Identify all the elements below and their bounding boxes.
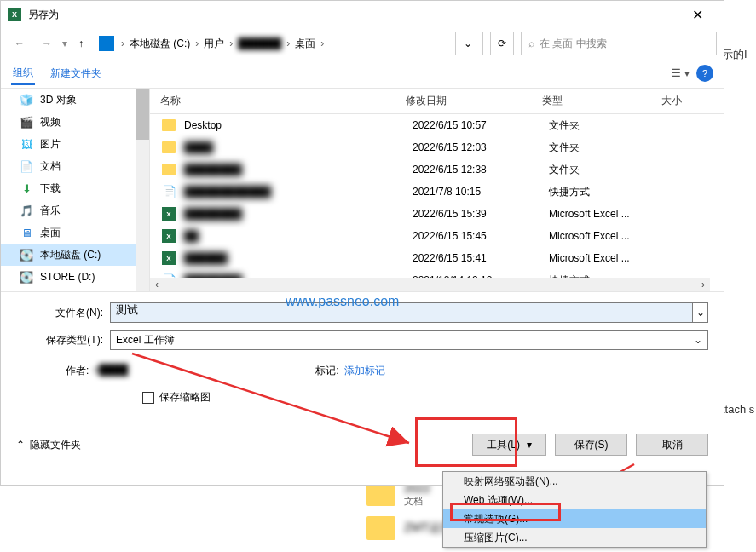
dialog-title: 另存为 xyxy=(28,8,678,22)
file-list: 名称 修改日期 类型 大小 Desktop2022/6/15 10:57文件夹█… xyxy=(150,89,724,291)
sidebar-item[interactable]: 🧊3D 对象 xyxy=(1,89,149,111)
filetype-select[interactable]: Excel 工作簿 ⌄ xyxy=(110,330,708,350)
toolbar: 组织 新建文件夹 ☰▾ ? xyxy=(1,59,724,88)
folder-icon xyxy=(162,119,176,131)
breadcrumb-users[interactable]: 用户 xyxy=(200,37,228,51)
file-type: 快捷方式 xyxy=(549,185,668,199)
file-name: ████ xyxy=(184,141,413,153)
file-row[interactable]: 📄████████████2021/7/8 10:15快捷方式 xyxy=(150,181,724,203)
file-row[interactable]: X██2022/6/15 15:45Microsoft Excel ... xyxy=(150,225,724,247)
sidebar-scrollbar[interactable] xyxy=(136,89,149,291)
save-thumbnail-checkbox[interactable] xyxy=(142,392,154,404)
menu-item[interactable]: 压缩图片(C)... xyxy=(443,528,706,547)
file-date: 2022/6/15 12:03 xyxy=(413,141,549,153)
file-date: 2021/7/8 10:15 xyxy=(413,186,549,198)
file-name: ██ xyxy=(184,230,413,242)
file-row[interactable]: ████2022/6/15 12:03文件夹 xyxy=(150,136,724,158)
sidebar-icon: 🧊 xyxy=(20,93,33,106)
up-button[interactable]: ↑ xyxy=(71,33,91,54)
tools-button[interactable]: 工具(L) ▾ xyxy=(472,434,546,456)
tags-add-link[interactable]: 添加标记 xyxy=(344,364,385,378)
file-row[interactable]: X██████2022/6/15 15:41Microsoft Excel ..… xyxy=(150,247,724,269)
forward-button[interactable]: → xyxy=(35,32,59,55)
sidebar-item[interactable]: 💽本地磁盘 (C:) xyxy=(1,244,149,266)
file-type: Microsoft Excel ... xyxy=(549,230,668,242)
sidebar-item[interactable]: 💽STORE (D:) xyxy=(1,266,149,288)
breadcrumb-dropdown[interactable]: ⌄ xyxy=(455,32,479,55)
file-name: ████████████ xyxy=(184,186,413,198)
sidebar-item[interactable]: 🎵音乐 xyxy=(1,199,149,221)
menu-item[interactable]: 常规选项(G)... xyxy=(443,509,706,528)
close-button[interactable]: ✕ xyxy=(678,1,717,28)
file-row[interactable]: Desktop2022/6/15 10:57文件夹 xyxy=(150,114,724,136)
file-row[interactable]: ████████2022/6/15 12:38文件夹 xyxy=(150,158,724,181)
file-type: 文件夹 xyxy=(549,118,668,133)
folder-icon xyxy=(162,164,176,175)
file-type: 文件夹 xyxy=(549,163,668,177)
help-button[interactable]: ? xyxy=(696,65,713,82)
breadcrumb-desktop[interactable]: 桌面 xyxy=(291,37,319,51)
background-text-right: 示的I ttach s xyxy=(722,47,756,416)
file-type: 文件夹 xyxy=(549,141,668,155)
sidebar-label: 图片 xyxy=(40,137,61,152)
chevron-down-icon: ⌄ xyxy=(694,334,702,346)
save-button[interactable]: 保存(S) xyxy=(555,434,627,456)
breadcrumb[interactable]: › 本地磁盘 (C:) › 用户 › ██████ › 桌面 › ⌄ xyxy=(95,32,483,55)
file-name: ████████ xyxy=(184,208,413,220)
author-value[interactable]: x████ xyxy=(94,364,128,378)
sidebar-label: 视频 xyxy=(40,115,61,129)
sidebar-label: STORE (D:) xyxy=(40,271,95,283)
filename-label: 文件名(N): xyxy=(16,306,110,320)
sidebar-label: 文档 xyxy=(40,159,61,174)
sidebar-icon: 🖥 xyxy=(20,226,33,239)
tags-label: 标记: xyxy=(315,364,338,378)
file-date: 2022/6/15 12:38 xyxy=(413,164,549,175)
sidebar-label: 桌面 xyxy=(40,226,61,240)
navigation-bar: ← → ▾ ↑ › 本地磁盘 (C:) › 用户 › ██████ › 桌面 ›… xyxy=(1,28,724,59)
sidebar-icon: 💽 xyxy=(20,248,33,262)
author-label: 作者: xyxy=(66,364,89,378)
sidebar-item[interactable]: ⬇下载 xyxy=(1,177,149,199)
filename-dropdown[interactable]: ⌄ xyxy=(693,302,708,323)
sidebar-label: 3D 对象 xyxy=(40,93,77,107)
view-options-button[interactable]: ☰▾ xyxy=(672,67,690,79)
sidebar-icon: ⬇ xyxy=(20,181,33,195)
file-type: Microsoft Excel ... xyxy=(549,252,668,264)
column-type[interactable]: 类型 xyxy=(542,94,661,108)
chevron-up-icon: ⌃ xyxy=(16,439,25,451)
sidebar-item[interactable]: 📄文档 xyxy=(1,155,149,177)
tools-dropdown-menu: 映射网络驱动器(N)...Web 选项(W)...常规选项(G)...压缩图片(… xyxy=(442,471,707,548)
breadcrumb-drive[interactable]: 本地磁盘 (C:) xyxy=(126,37,193,51)
new-folder-button[interactable]: 新建文件夹 xyxy=(49,63,103,84)
cancel-button[interactable]: 取消 xyxy=(636,434,708,456)
column-name[interactable]: 名称 xyxy=(150,94,406,108)
organize-button[interactable]: 组织 xyxy=(11,62,35,85)
breadcrumb-user[interactable]: ██████ xyxy=(234,37,285,49)
hide-folders-button[interactable]: ⌃ 隐藏文件夹 xyxy=(16,438,464,452)
back-button[interactable]: ← xyxy=(8,32,32,55)
sidebar-label: 本地磁盘 (C:) xyxy=(40,248,101,262)
horizontal-scrollbar[interactable]: ‹ › xyxy=(150,278,710,291)
sidebar-item[interactable]: 🖥桌面 xyxy=(1,221,149,244)
file-row[interactable]: X████████2022/6/15 15:39Microsoft Excel … xyxy=(150,203,724,225)
column-date[interactable]: 修改日期 xyxy=(406,94,542,108)
file-date: 2022/6/15 15:45 xyxy=(413,230,549,242)
file-date: 2022/6/15 15:41 xyxy=(413,252,549,264)
filename-input[interactable] xyxy=(116,303,687,316)
folder-icon xyxy=(162,141,176,153)
sidebar-item[interactable]: 🎬视频 xyxy=(1,111,149,133)
sidebar-icon: 🎵 xyxy=(20,204,33,217)
save-thumbnail-label: 保存缩略图 xyxy=(159,390,211,405)
menu-item[interactable]: Web 选项(W)... xyxy=(443,491,706,509)
refresh-button[interactable]: ⟳ xyxy=(490,32,514,55)
excel-icon: X xyxy=(162,229,176,243)
list-header: 名称 修改日期 类型 大小 xyxy=(150,89,724,114)
file-date: 2022/6/15 15:39 xyxy=(413,208,549,220)
sidebar-icon: 🖼 xyxy=(20,137,33,151)
menu-item[interactable]: 映射网络驱动器(N)... xyxy=(443,472,706,491)
file-type: Microsoft Excel ... xyxy=(549,208,668,220)
form-area: 文件名(N): ⌄ 保存类型(T): Excel 工作簿 ⌄ 作者: x████… xyxy=(1,292,724,415)
sidebar-item[interactable]: 🖼图片 xyxy=(1,133,149,155)
column-size[interactable]: 大小 xyxy=(661,94,713,108)
search-input[interactable]: ⌕ 在 桌面 中搜索 xyxy=(521,32,717,55)
